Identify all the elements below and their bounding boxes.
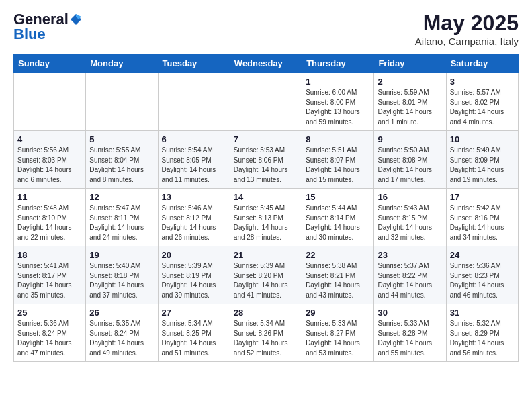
calendar-cell: 29Sunrise: 5:33 AMSunset: 8:27 PMDayligh…	[302, 304, 374, 362]
calendar-cell: 24Sunrise: 5:36 AMSunset: 8:23 PMDayligh…	[446, 246, 518, 304]
weekday-header-friday: Friday	[374, 54, 446, 73]
week-row-5: 25Sunrise: 5:36 AMSunset: 8:24 PMDayligh…	[14, 304, 519, 362]
day-number: 13	[162, 192, 226, 202]
day-number: 7	[234, 134, 298, 144]
day-info: Sunrise: 5:50 AMSunset: 8:08 PMDaylight:…	[378, 146, 442, 185]
day-info: Sunrise: 5:45 AMSunset: 8:13 PMDaylight:…	[234, 203, 298, 242]
calendar-cell: 19Sunrise: 5:40 AMSunset: 8:18 PMDayligh…	[86, 246, 158, 304]
calendar-cell: 27Sunrise: 5:34 AMSunset: 8:25 PMDayligh…	[158, 304, 230, 362]
calendar-cell: 10Sunrise: 5:49 AMSunset: 8:09 PMDayligh…	[446, 131, 518, 189]
day-number: 21	[234, 250, 298, 260]
calendar-cell: 26Sunrise: 5:35 AMSunset: 8:24 PMDayligh…	[86, 304, 158, 362]
calendar-cell	[86, 73, 158, 131]
calendar-cell: 23Sunrise: 5:37 AMSunset: 8:22 PMDayligh…	[374, 246, 446, 304]
calendar-cell: 15Sunrise: 5:44 AMSunset: 8:14 PMDayligh…	[302, 189, 374, 246]
day-info: Sunrise: 5:40 AMSunset: 8:18 PMDaylight:…	[89, 261, 154, 300]
day-number: 1	[306, 77, 370, 87]
day-number: 17	[450, 192, 515, 202]
calendar-cell: 12Sunrise: 5:47 AMSunset: 8:11 PMDayligh…	[86, 189, 158, 246]
calendar-cell: 22Sunrise: 5:38 AMSunset: 8:21 PMDayligh…	[302, 246, 374, 304]
day-info: Sunrise: 5:48 AMSunset: 8:10 PMDaylight:…	[17, 203, 82, 242]
weekday-header-monday: Monday	[86, 54, 158, 73]
weekday-header-wednesday: Wednesday	[230, 54, 302, 73]
day-number: 9	[378, 134, 442, 144]
day-number: 12	[89, 192, 154, 202]
week-row-4: 18Sunrise: 5:41 AMSunset: 8:17 PMDayligh…	[14, 246, 519, 304]
calendar-cell: 13Sunrise: 5:46 AMSunset: 8:12 PMDayligh…	[158, 189, 230, 246]
calendar-cell: 20Sunrise: 5:39 AMSunset: 8:19 PMDayligh…	[158, 246, 230, 304]
day-info: Sunrise: 5:35 AMSunset: 8:24 PMDaylight:…	[89, 319, 154, 358]
day-number: 2	[378, 77, 442, 87]
logo: General Blue	[13, 11, 83, 43]
day-number: 5	[89, 134, 154, 144]
day-number: 28	[234, 308, 298, 318]
day-info: Sunrise: 5:33 AMSunset: 8:28 PMDaylight:…	[378, 319, 442, 358]
day-info: Sunrise: 5:44 AMSunset: 8:14 PMDaylight:…	[306, 203, 370, 242]
day-number: 24	[450, 250, 515, 260]
day-number: 19	[89, 250, 154, 260]
day-info: Sunrise: 5:59 AMSunset: 8:01 PMDaylight:…	[378, 88, 442, 127]
calendar-cell: 8Sunrise: 5:51 AMSunset: 8:07 PMDaylight…	[302, 131, 374, 189]
day-number: 25	[17, 308, 82, 318]
week-row-3: 11Sunrise: 5:48 AMSunset: 8:10 PMDayligh…	[14, 189, 519, 246]
weekday-header-row: SundayMondayTuesdayWednesdayThursdayFrid…	[14, 54, 519, 73]
calendar-cell: 7Sunrise: 5:53 AMSunset: 8:06 PMDaylight…	[230, 131, 302, 189]
day-number: 20	[162, 250, 226, 260]
day-info: Sunrise: 5:34 AMSunset: 8:25 PMDaylight:…	[162, 319, 226, 358]
calendar-cell: 25Sunrise: 5:36 AMSunset: 8:24 PMDayligh…	[14, 304, 86, 362]
day-number: 18	[17, 250, 82, 260]
day-number: 27	[162, 308, 226, 318]
calendar-cell: 18Sunrise: 5:41 AMSunset: 8:17 PMDayligh…	[14, 246, 86, 304]
week-row-1: 1Sunrise: 6:00 AMSunset: 8:00 PMDaylight…	[14, 73, 519, 131]
day-info: Sunrise: 5:46 AMSunset: 8:12 PMDaylight:…	[162, 203, 226, 242]
day-number: 29	[306, 308, 370, 318]
day-info: Sunrise: 5:54 AMSunset: 8:05 PMDaylight:…	[162, 146, 226, 185]
day-info: Sunrise: 5:51 AMSunset: 8:07 PMDaylight:…	[306, 146, 370, 185]
weekday-header-saturday: Saturday	[446, 54, 518, 73]
calendar-cell: 4Sunrise: 5:56 AMSunset: 8:03 PMDaylight…	[14, 131, 86, 189]
day-info: Sunrise: 5:57 AMSunset: 8:02 PMDaylight:…	[450, 88, 515, 127]
day-info: Sunrise: 5:32 AMSunset: 8:29 PMDaylight:…	[450, 319, 515, 358]
calendar-cell: 16Sunrise: 5:43 AMSunset: 8:15 PMDayligh…	[374, 189, 446, 246]
day-number: 30	[378, 308, 442, 318]
day-info: Sunrise: 5:34 AMSunset: 8:26 PMDaylight:…	[234, 319, 298, 358]
calendar-cell	[230, 73, 302, 131]
calendar-cell: 21Sunrise: 5:39 AMSunset: 8:20 PMDayligh…	[230, 246, 302, 304]
day-info: Sunrise: 5:43 AMSunset: 8:15 PMDaylight:…	[378, 203, 442, 242]
weekday-header-sunday: Sunday	[14, 54, 86, 73]
calendar-cell	[158, 73, 230, 131]
day-number: 4	[17, 134, 82, 144]
day-info: Sunrise: 5:42 AMSunset: 8:16 PMDaylight:…	[450, 203, 515, 242]
weekday-header-tuesday: Tuesday	[158, 54, 230, 73]
day-info: Sunrise: 5:36 AMSunset: 8:23 PMDaylight:…	[450, 261, 515, 300]
logo-icon	[69, 13, 83, 26]
day-info: Sunrise: 6:00 AMSunset: 8:00 PMDaylight:…	[306, 88, 370, 127]
calendar-cell: 31Sunrise: 5:32 AMSunset: 8:29 PMDayligh…	[446, 304, 518, 362]
calendar-cell: 11Sunrise: 5:48 AMSunset: 8:10 PMDayligh…	[14, 189, 86, 246]
day-number: 10	[450, 134, 515, 144]
week-row-2: 4Sunrise: 5:56 AMSunset: 8:03 PMDaylight…	[14, 131, 519, 189]
calendar-cell: 3Sunrise: 5:57 AMSunset: 8:02 PMDaylight…	[446, 73, 518, 131]
day-number: 8	[306, 134, 370, 144]
calendar-cell: 28Sunrise: 5:34 AMSunset: 8:26 PMDayligh…	[230, 304, 302, 362]
header: General Blue May 2025 Ailano, Campania, …	[13, 11, 519, 47]
day-info: Sunrise: 5:55 AMSunset: 8:04 PMDaylight:…	[89, 146, 154, 185]
main-title: May 2025	[415, 11, 519, 36]
day-number: 15	[306, 192, 370, 202]
calendar: SundayMondayTuesdayWednesdayThursdayFrid…	[13, 54, 519, 362]
day-info: Sunrise: 5:37 AMSunset: 8:22 PMDaylight:…	[378, 261, 442, 300]
page: General Blue May 2025 Ailano, Campania, …	[0, 0, 532, 375]
calendar-cell: 17Sunrise: 5:42 AMSunset: 8:16 PMDayligh…	[446, 189, 518, 246]
subtitle: Ailano, Campania, Italy	[415, 36, 519, 47]
day-info: Sunrise: 5:56 AMSunset: 8:03 PMDaylight:…	[17, 146, 82, 185]
day-number: 22	[306, 250, 370, 260]
day-number: 3	[450, 77, 515, 87]
day-number: 6	[162, 134, 226, 144]
calendar-cell: 14Sunrise: 5:45 AMSunset: 8:13 PMDayligh…	[230, 189, 302, 246]
day-info: Sunrise: 5:47 AMSunset: 8:11 PMDaylight:…	[89, 203, 154, 242]
day-number: 11	[17, 192, 82, 202]
day-info: Sunrise: 5:38 AMSunset: 8:21 PMDaylight:…	[306, 261, 370, 300]
day-info: Sunrise: 5:39 AMSunset: 8:19 PMDaylight:…	[162, 261, 226, 300]
weekday-header-thursday: Thursday	[302, 54, 374, 73]
calendar-cell: 5Sunrise: 5:55 AMSunset: 8:04 PMDaylight…	[86, 131, 158, 189]
